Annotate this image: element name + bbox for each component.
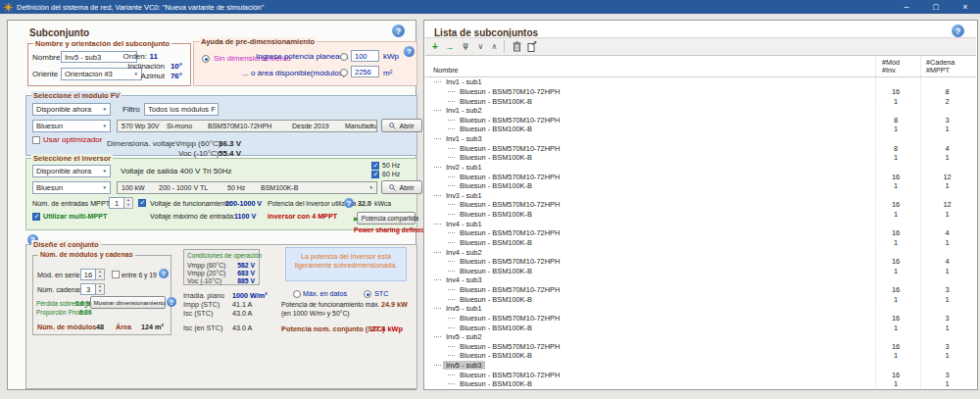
- planned-power-input[interactable]: 100: [351, 50, 379, 62]
- tree-item-row[interactable]: Bluesun - BSM570M10-72HPH83: [425, 116, 976, 125]
- stc-radio[interactable]: [364, 290, 371, 298]
- tree-node-label: Inv3 - sub1: [444, 191, 484, 200]
- operating-conditions-title: Condiciones de operación: [187, 252, 262, 259]
- tree-group-row[interactable]: Inv1 - sub3: [425, 134, 976, 144]
- module-filter-select[interactable]: Todos los módulos F: [144, 103, 219, 116]
- series-help-icon[interactable]: ?: [159, 269, 169, 278]
- sizing-help-icon[interactable]: ?: [167, 297, 176, 307]
- delete-all-icon[interactable]: [525, 38, 539, 55]
- close-button[interactable]: ×: [951, 0, 980, 14]
- move-down-icon[interactable]: ∨: [474, 38, 487, 55]
- tree-group-row[interactable]: Inv5 - sub3: [425, 361, 976, 371]
- vmpp20-value: 683 V: [237, 270, 255, 276]
- strings-count-value[interactable]: 3: [80, 283, 96, 295]
- inverter-power-used-unit: kWca: [374, 200, 391, 207]
- tree-item-row[interactable]: Bluesun - BSM100K-B11: [425, 323, 976, 332]
- series-range-checkbox[interactable]: [112, 271, 120, 278]
- tree-group-row[interactable]: Inv1 - sub1: [425, 77, 976, 87]
- toolbar-divider: [504, 40, 505, 53]
- inverter-freq: 50 Hz: [227, 184, 261, 191]
- module-legend: Seleccione el módulo FV: [31, 91, 122, 100]
- tree-group-row[interactable]: Inv1 - sub2: [425, 106, 976, 116]
- tree-group-row[interactable]: Inv4 - sub1: [425, 219, 976, 228]
- voltage-range-checkbox[interactable]: [138, 199, 146, 207]
- no-sizing-radio[interactable]: [202, 55, 210, 63]
- tree-group-row[interactable]: Inv4 - sub3: [425, 275, 976, 285]
- mppt-count-stepper[interactable]: 1 ▲▼: [109, 197, 133, 209]
- delete-icon[interactable]: [510, 38, 523, 55]
- tree-item-row[interactable]: Bluesun - BSM100K-B11: [425, 294, 976, 304]
- magnifier-icon: [389, 123, 396, 129]
- maximize-button[interactable]: □: [921, 0, 951, 14]
- tree-item-row[interactable]: Bluesun - BSM570M10-72HPH168: [425, 87, 976, 97]
- tree-group-row[interactable]: Inv2 - sub1: [425, 163, 976, 173]
- mppt-count-value[interactable]: 1: [109, 197, 124, 209]
- move-subarray-icon[interactable]: →: [443, 38, 457, 55]
- area-radio[interactable]: [340, 69, 348, 76]
- minimize-button[interactable]: –: [892, 0, 921, 14]
- freq-50hz-checkbox[interactable]: [371, 162, 379, 170]
- show-sizing-button[interactable]: Mostrar dimensionamiento: [90, 296, 166, 309]
- inverter-brand-select[interactable]: Bluesun: [32, 181, 111, 194]
- col-mod-inv-value: 1: [873, 351, 918, 360]
- tree-group-row[interactable]: Inv3 - sub1: [425, 191, 976, 201]
- list-help-icon[interactable]: ?: [952, 25, 964, 37]
- tree-node-label: Bluesun - BSM570M10-72HPH: [458, 342, 562, 351]
- presizing-help-icon[interactable]: ?: [404, 46, 415, 57]
- help-icon[interactable]: ?: [392, 25, 405, 37]
- tree-item-row[interactable]: Bluesun - BSM100K-B11: [425, 181, 976, 191]
- power-sharing-button[interactable]: ▶ Potencia compartida: [357, 212, 416, 224]
- isc-stc-label: Isc (en STC): [183, 324, 222, 332]
- strings-stepper-arrows[interactable]: ▲▼: [96, 283, 105, 295]
- series-stepper-arrows[interactable]: ▲▼: [96, 269, 105, 280]
- tree-item-row[interactable]: Bluesun - BSM100K-B11: [425, 125, 976, 134]
- inverter-spec-select[interactable]: 100 kW 200 - 1000 V TL 50 Hz BSM100K-B: [117, 181, 377, 194]
- tree-group-row[interactable]: Inv5 - sub1: [425, 304, 976, 314]
- module-brand-select[interactable]: Bluesun: [32, 120, 111, 132]
- tree-item-row[interactable]: Bluesun - BSM100K-B12: [425, 96, 976, 106]
- planned-power-radio[interactable]: [340, 53, 348, 61]
- mppt-stepper-arrows[interactable]: ▲▼: [124, 197, 133, 209]
- tree-item-row[interactable]: Bluesun - BSM570M10-72HPH164: [425, 228, 976, 238]
- design-legend: Diseñe el conjunto: [31, 240, 101, 249]
- modules-total-label: Núm. de módulos: [37, 324, 96, 331]
- multi-mppt-checkbox[interactable]: [32, 213, 40, 221]
- tree-item-row[interactable]: Bluesun - BSM570M10-72HPH1612: [425, 172, 976, 181]
- tree-group-row[interactable]: Inv4 - sub2: [425, 247, 976, 257]
- power-sharing-help-icon[interactable]: ?: [344, 198, 354, 208]
- inverter-availability-select[interactable]: Disponible ahora: [32, 165, 111, 177]
- move-up-icon[interactable]: ∧: [488, 38, 501, 55]
- freq-60hz-checkbox[interactable]: [371, 171, 379, 178]
- tree-item-row[interactable]: Bluesun - BSM100K-B11: [425, 267, 976, 276]
- tree-item-row[interactable]: Bluesun - BSM100K-B11: [425, 351, 976, 361]
- tree-item-row[interactable]: Bluesun - BSM100K-B11: [425, 379, 976, 388]
- tree-item-row[interactable]: Bluesun - BSM570M10-72HPH163: [425, 370, 976, 379]
- max-data-radio[interactable]: [293, 290, 301, 298]
- tree-item-row[interactable]: Bluesun - BSM570M10-72HPH84: [425, 143, 976, 153]
- tree-node-label: Bluesun - BSM570M10-72HPH: [458, 87, 562, 96]
- tree-item-row[interactable]: Bluesun - BSM570M10-72HPH163: [425, 342, 976, 352]
- tree-group-row[interactable]: Inv5 - sub2: [425, 332, 976, 342]
- split-subarray-icon[interactable]: ⋔: [459, 38, 472, 55]
- inverter-open-button[interactable]: Abrir: [381, 180, 422, 194]
- area-input[interactable]: 2256: [351, 66, 379, 77]
- modules-series-stepper[interactable]: 16 ▲▼: [80, 269, 105, 280]
- tree-item-row[interactable]: Bluesun - BSM570M10-72HPH164: [425, 257, 976, 267]
- tree-item-row[interactable]: Bluesun - BSM570M10-72HPH163: [425, 314, 976, 324]
- tree-branch-line: [448, 204, 455, 205]
- module-spec-select[interactable]: 570 Wp 30V Si-mono BSM570M10-72HPH Desde…: [117, 120, 377, 132]
- tree-item-row[interactable]: Bluesun - BSM100K-B11: [425, 238, 976, 248]
- strings-count-stepper[interactable]: 3 ▲▼: [80, 283, 105, 295]
- modules-series-value[interactable]: 16: [80, 269, 96, 280]
- module-open-button[interactable]: Abrir: [381, 119, 422, 132]
- tree-item-row[interactable]: Bluesun - BSM570M10-72HPH163: [425, 285, 976, 295]
- tree-branch-line: [448, 289, 455, 290]
- inverter-open-label: Abrir: [399, 183, 414, 192]
- add-subarray-icon[interactable]: +: [429, 38, 441, 55]
- tree-item-row[interactable]: Bluesun - BSM100K-B11: [425, 153, 976, 163]
- tree-item-row[interactable]: Bluesun - BSM570M10-72HPH1612: [425, 200, 976, 210]
- tree-branch-line: [448, 157, 455, 158]
- module-availability-select[interactable]: Disponible ahora: [32, 103, 111, 116]
- optimizer-checkbox[interactable]: [32, 136, 40, 144]
- tree-item-row[interactable]: Bluesun - BSM100K-B11: [425, 210, 976, 220]
